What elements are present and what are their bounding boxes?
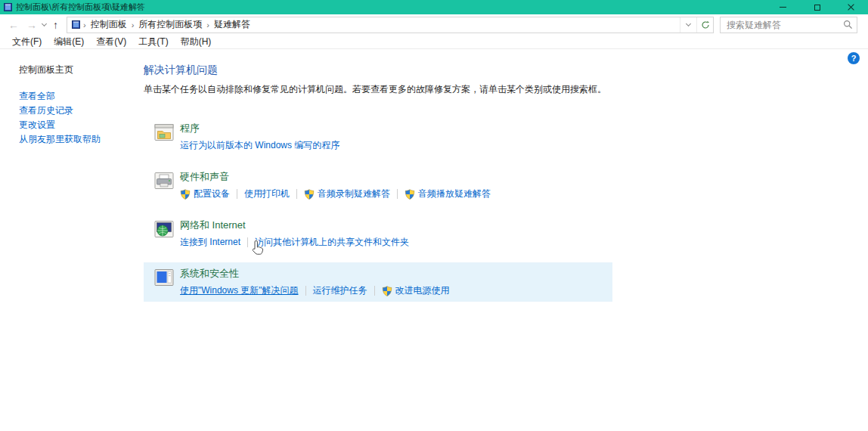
menu-edit[interactable]: 编辑(E) (48, 36, 90, 48)
restore-icon (814, 5, 820, 11)
task-link-run-older-programs[interactable]: 运行为以前版本的 Windows 编写的程序 (180, 139, 339, 152)
app-window-icon (4, 3, 12, 11)
restore-button[interactable] (800, 0, 834, 14)
programs-icon[interactable] (154, 122, 174, 142)
title-bar: 控制面板\所有控制面板项\疑难解答 (0, 0, 868, 14)
breadcrumb-all-items[interactable]: 所有控制面板项 (135, 18, 205, 31)
page-title: 解决计算机问题 (144, 64, 618, 77)
minimize-button[interactable] (766, 0, 800, 14)
help-icon[interactable]: ? (848, 52, 860, 64)
breadcrumb-separator: › (130, 20, 136, 29)
link-separator (296, 189, 297, 199)
link-separator (237, 189, 237, 199)
sidebar-item-get-help-from-friend[interactable]: 从朋友那里获取帮助 (19, 132, 132, 147)
menu-file[interactable]: 文件(F) (6, 36, 48, 48)
sidebar: 控制面板主页 查看全部 查看历史记录 更改设置 从朋友那里获取帮助 (19, 64, 132, 147)
search-input[interactable] (720, 17, 857, 33)
window-controls (766, 0, 868, 14)
uac-shield-icon (382, 286, 392, 296)
category-title-hardware-and-sound[interactable]: 硬件和声音 (180, 170, 491, 184)
close-icon (848, 4, 854, 11)
close-button[interactable] (834, 0, 868, 14)
page-description: 单击某个任务以自动排除和修复常见的计算机问题。若要查看更多的故障修复方案，请单击… (144, 83, 618, 96)
refresh-icon[interactable] (696, 17, 713, 33)
breadcrumb-control-panel[interactable]: 控制面板 (88, 18, 130, 31)
address-bar-buttons (680, 17, 713, 33)
search-box (720, 17, 857, 33)
system-and-security-icon[interactable] (154, 268, 174, 287)
navigation-bar: › 控制面板 › 所有控制面板项 › 疑难解答 (0, 14, 868, 35)
menu-view[interactable]: 查看(V) (90, 36, 132, 48)
control-panel-window: 控制面板\所有控制面板项\疑难解答 › 控制面板 › 所有控制面板项 › 疑难解… (0, 0, 868, 431)
task-link-audio-playback[interactable]: 音频播放疑难解答 (418, 188, 491, 200)
category-programs: 程序 运行为以前版本的 Windows 编写的程序 (144, 117, 612, 157)
uac-shield-icon (304, 189, 315, 200)
address-chevron-down-icon[interactable] (680, 17, 696, 33)
back-arrow-icon[interactable] (5, 18, 23, 32)
hardware-and-sound-icon[interactable] (154, 171, 174, 191)
sidebar-item-view-all[interactable]: 查看全部 (19, 89, 132, 104)
task-link-windows-update-fix[interactable]: 使用"Windows 更新"解决问题 (180, 284, 299, 297)
uac-shield-icon (180, 189, 191, 200)
menu-help[interactable]: 帮助(H) (175, 36, 218, 48)
task-link-run-maintenance[interactable]: 运行维护任务 (313, 284, 367, 297)
task-link-improve-power-usage[interactable]: 改进电源使用 (395, 284, 450, 297)
address-app-window-icon (72, 20, 80, 29)
task-link-access-shared-files[interactable]: 访问其他计算机上的共享文件和文件夹 (255, 236, 409, 249)
link-separator (374, 286, 375, 296)
category-title-system-and-security[interactable]: 系统和安全性 (180, 267, 450, 281)
task-link-configure-device[interactable]: 配置设备 (194, 188, 230, 200)
category-hardware-and-sound: 硬件和声音 配置设备 使用打印机 音频录制疑难解答 (144, 166, 612, 205)
network-and-internet-icon[interactable] (154, 219, 174, 239)
task-link-use-printer[interactable]: 使用打印机 (244, 188, 290, 200)
menu-bar: 文件(F) 编辑(E) 查看(V) 工具(T) 帮助(H) (0, 35, 868, 49)
category-title-programs[interactable]: 程序 (180, 122, 339, 135)
link-separator (247, 237, 248, 247)
sidebar-item-change-settings[interactable]: 更改设置 (19, 118, 132, 132)
breadcrumb-separator: › (82, 20, 88, 29)
category-system-and-security: 系统和安全性 使用"Windows 更新"解决问题 运行维护任务 改进电源使用 (144, 262, 612, 302)
main-content: 解决计算机问题 单击某个任务以自动排除和修复常见的计算机问题。若要查看更多的故障… (144, 64, 618, 311)
uac-shield-icon (405, 189, 415, 200)
search-icon (843, 20, 853, 29)
breadcrumb-troubleshooting[interactable]: 疑难解答 (211, 18, 253, 31)
menu-tools[interactable]: 工具(T) (132, 36, 174, 48)
forward-arrow-icon[interactable] (23, 18, 41, 32)
sidebar-item-control-panel-home[interactable]: 控制面板主页 (19, 64, 132, 76)
category-title-network-and-internet[interactable]: 网络和 Internet (180, 219, 409, 232)
window-title: 控制面板\所有控制面板项\疑难解答 (16, 2, 145, 13)
link-separator (305, 286, 306, 296)
task-link-audio-recording[interactable]: 音频录制疑难解答 (318, 188, 390, 200)
sidebar-item-view-history[interactable]: 查看历史记录 (19, 104, 132, 118)
breadcrumb-separator: › (205, 20, 211, 29)
minimize-icon (780, 7, 786, 8)
category-network-and-internet: 网络和 Internet 连接到 Internet 访问其他计算机上的共享文件和… (144, 214, 612, 253)
link-separator (397, 189, 398, 199)
up-arrow-icon[interactable] (49, 18, 62, 32)
recent-pages-chevron-down-icon[interactable] (42, 21, 47, 26)
task-link-connect-internet[interactable]: 连接到 Internet (180, 236, 240, 249)
address-bar[interactable]: › 控制面板 › 所有控制面板项 › 疑难解答 (67, 17, 714, 33)
